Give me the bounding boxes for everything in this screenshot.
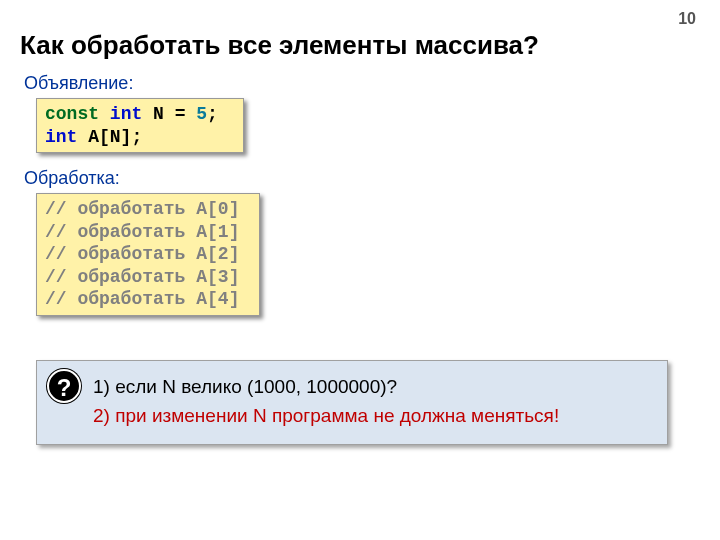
code-processing-box: // обработать A[0] // обработать A[1] //… — [36, 193, 260, 316]
identifier-AN: A[N] — [88, 127, 131, 147]
code-declaration-box: const int N = 5; int A[N]; — [36, 98, 244, 153]
slide-title: Как обработать все элементы массива? — [20, 30, 539, 61]
keyword-const: const — [45, 104, 99, 124]
comment-line-0: // обработать A[0] — [45, 199, 239, 219]
page-number: 10 — [678, 10, 696, 28]
question-line-1: 1) если N велико (1000, 1000000)? — [93, 373, 653, 402]
assign-op: = — [164, 104, 196, 124]
processing-label: Обработка: — [24, 168, 120, 189]
semicolon-1: ; — [207, 104, 218, 124]
comment-line-3: // обработать A[3] — [45, 267, 239, 287]
question-line-2: 2) при изменении N программа не должна м… — [93, 402, 653, 431]
keyword-int-2: int — [45, 127, 77, 147]
comment-line-1: // обработать A[1] — [45, 222, 239, 242]
identifier-N: N — [153, 104, 164, 124]
question-box: ? 1) если N велико (1000, 1000000)? 2) п… — [36, 360, 668, 445]
question-mark-icon: ? — [47, 369, 81, 403]
number-5: 5 — [196, 104, 207, 124]
comment-line-2: // обработать A[2] — [45, 244, 239, 264]
comment-line-4: // обработать A[4] — [45, 289, 239, 309]
semicolon-2: ; — [131, 127, 142, 147]
declaration-label: Объявление: — [24, 73, 133, 94]
keyword-int-1: int — [110, 104, 142, 124]
